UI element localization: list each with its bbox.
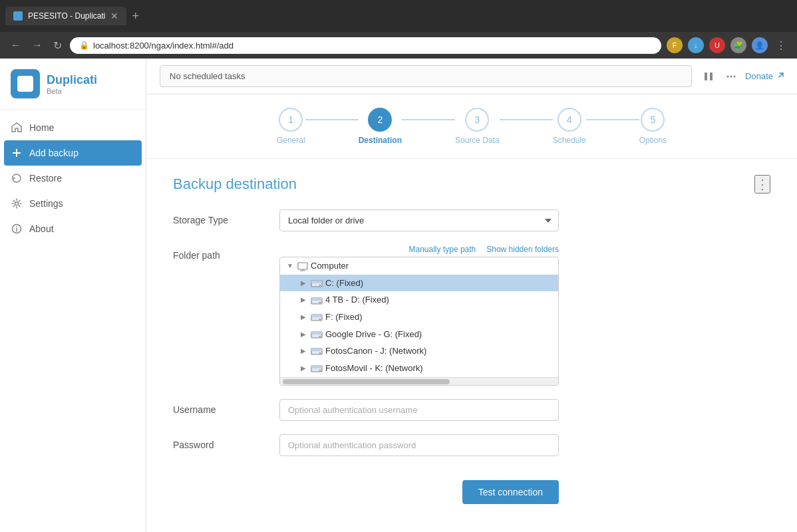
- browser-tab[interactable]: PESESITO - Duplicati ✕: [5, 7, 126, 25]
- sidebar-nav: Home Add backup Restore Settings: [0, 110, 146, 247]
- content-header: Backup destination ⋮: [173, 175, 770, 194]
- folder-path-control: Manually type path Show hidden folders ▼: [279, 245, 770, 386]
- plus-icon: [11, 147, 23, 159]
- refresh-button[interactable]: ↻: [51, 37, 65, 55]
- action-row: Test connection: [173, 469, 559, 504]
- tree-item-k-label: FotosMovil - K: (Network): [325, 363, 423, 373]
- forward-button[interactable]: →: [29, 37, 45, 54]
- header: No scheduled tasks Donate: [146, 59, 797, 94]
- svg-point-8: [727, 76, 729, 78]
- horizontal-scrollbar[interactable]: [280, 377, 558, 385]
- wizard-step-5[interactable]: 5 Options: [639, 108, 667, 145]
- sidebar: Duplicati Beta Home Add backup: [0, 59, 146, 532]
- wizard-steps: 1 General 2 Destination 3 Source Data: [146, 94, 797, 159]
- tab-title: PESESITO - Duplicati: [28, 11, 105, 21]
- restore-icon: [11, 172, 23, 184]
- svg-rect-30: [311, 366, 322, 368]
- tree-item-k-drive[interactable]: ▶ FotosMovil - K: (Network): [280, 359, 558, 376]
- tree-item-c-drive[interactable]: ▶ C: (Fixed): [280, 275, 558, 292]
- more-options-button[interactable]: ⋮: [754, 175, 770, 194]
- browser-controls: ← → ↻ 🔒 localhost:8200/ngax/index.html#/…: [0, 32, 797, 59]
- sidebar-about-label: About: [29, 223, 54, 234]
- step-label-4: Schedule: [553, 136, 586, 145]
- connector-2-3: [402, 119, 455, 120]
- svg-rect-24: [311, 332, 322, 334]
- drive-icon-d: [311, 295, 323, 305]
- sidebar-item-about[interactable]: About: [0, 216, 146, 241]
- app-layout: Duplicati Beta Home Add backup: [0, 59, 797, 532]
- storage-type-select[interactable]: Local folder or driveFTPSFTP (SSH)WebDAV…: [279, 209, 559, 231]
- tree-item-d-drive[interactable]: ▶ 4 TB - D: (Fixed): [280, 291, 558, 309]
- computer-icon: [297, 261, 308, 271]
- extension-btn-3[interactable]: U: [709, 37, 725, 53]
- menu-button[interactable]: ⋮: [773, 37, 789, 55]
- wizard-step-1[interactable]: 1 General: [277, 108, 305, 145]
- test-connection-button[interactable]: Test connection: [462, 480, 559, 504]
- lock-icon: 🔒: [79, 41, 89, 50]
- extension-btn-1[interactable]: F: [667, 37, 683, 53]
- username-input[interactable]: [279, 399, 559, 421]
- main-area: No scheduled tasks Donate: [146, 59, 797, 532]
- extension-btn-2[interactable]: ↓: [688, 37, 704, 53]
- donate-button[interactable]: Donate: [745, 71, 784, 81]
- tree-toggle-root[interactable]: ▼: [285, 261, 295, 271]
- path-links: Manually type path Show hidden folders: [279, 245, 559, 254]
- folder-tree-inner[interactable]: ▼ Computer ▶: [280, 257, 558, 377]
- actions-icon[interactable]: [722, 66, 740, 86]
- show-hidden-folders-link[interactable]: Show hidden folders: [486, 245, 559, 254]
- password-input[interactable]: [279, 434, 559, 456]
- username-control: [279, 399, 770, 421]
- svg-point-19: [319, 302, 321, 303]
- svg-rect-15: [311, 281, 322, 283]
- storage-type-row: Storage Type Local folder or driveFTPSFT…: [173, 209, 770, 231]
- info-icon: [11, 223, 23, 235]
- pause-icon[interactable]: [700, 66, 717, 86]
- sidebar-item-restore[interactable]: Restore: [0, 166, 146, 191]
- step-circle-5: 5: [641, 108, 665, 132]
- tree-toggle-j[interactable]: ▶: [299, 346, 308, 356]
- sidebar-item-settings[interactable]: Settings: [0, 191, 146, 216]
- tree-toggle-g[interactable]: ▶: [299, 329, 308, 338]
- manually-type-path-link[interactable]: Manually type path: [409, 245, 476, 254]
- tree-item-f-drive[interactable]: ▶ F: (Fixed): [280, 309, 558, 326]
- username-label: Username: [173, 399, 279, 415]
- sidebar-item-add-backup[interactable]: Add backup: [4, 140, 142, 166]
- tree-toggle-k[interactable]: ▶: [299, 363, 308, 372]
- svg-rect-7: [710, 72, 713, 80]
- tree-item-c-label: C: (Fixed): [325, 278, 363, 288]
- main-inner: No scheduled tasks Donate: [146, 59, 797, 532]
- tree-item-g-drive[interactable]: ▶ Google Drive - G: (Fixed): [280, 325, 558, 342]
- svg-point-22: [319, 319, 321, 320]
- extension-btn-4[interactable]: 🧩: [730, 37, 746, 53]
- step-circle-1: 1: [279, 108, 303, 132]
- address-bar[interactable]: 🔒 localhost:8200/ngax/index.html#/add: [70, 37, 661, 54]
- back-button[interactable]: ←: [8, 37, 24, 54]
- tree-toggle-f[interactable]: ▶: [299, 312, 308, 321]
- tree-toggle-d[interactable]: ▶: [299, 295, 308, 305]
- new-tab-button[interactable]: +: [132, 9, 139, 23]
- svg-point-5: [16, 226, 17, 227]
- svg-rect-27: [311, 348, 322, 351]
- sidebar-logo: Duplicati Beta: [0, 59, 146, 110]
- connector-4-5: [586, 119, 639, 120]
- tree-toggle-c[interactable]: ▶: [299, 278, 308, 287]
- wizard-step-3[interactable]: 3 Source Data: [455, 108, 500, 145]
- connector-3-4: [500, 119, 553, 120]
- storage-type-control: Local folder or driveFTPSFTP (SSH)WebDAV…: [279, 209, 770, 231]
- tree-item-j-drive[interactable]: ▶ FotosCanon - J: (Network): [280, 342, 558, 360]
- header-actions: Donate: [700, 66, 784, 86]
- drive-icon-j: [311, 346, 323, 356]
- tree-root-computer[interactable]: ▼ Computer: [280, 257, 558, 275]
- wizard-step-4[interactable]: 4 Schedule: [553, 108, 586, 145]
- svg-point-16: [319, 285, 321, 286]
- settings-icon: [11, 198, 23, 209]
- profile-btn[interactable]: 👤: [752, 37, 768, 53]
- notification-text: No scheduled tasks: [170, 71, 245, 81]
- tree-item-f-label: F: (Fixed): [325, 312, 363, 322]
- sidebar-restore-label: Restore: [29, 173, 62, 184]
- sidebar-item-home[interactable]: Home: [0, 115, 146, 140]
- connector-1-2: [305, 119, 359, 120]
- tab-close-button[interactable]: ✕: [110, 11, 118, 21]
- wizard-step-2[interactable]: 2 Destination: [359, 108, 402, 145]
- svg-rect-6: [705, 72, 707, 80]
